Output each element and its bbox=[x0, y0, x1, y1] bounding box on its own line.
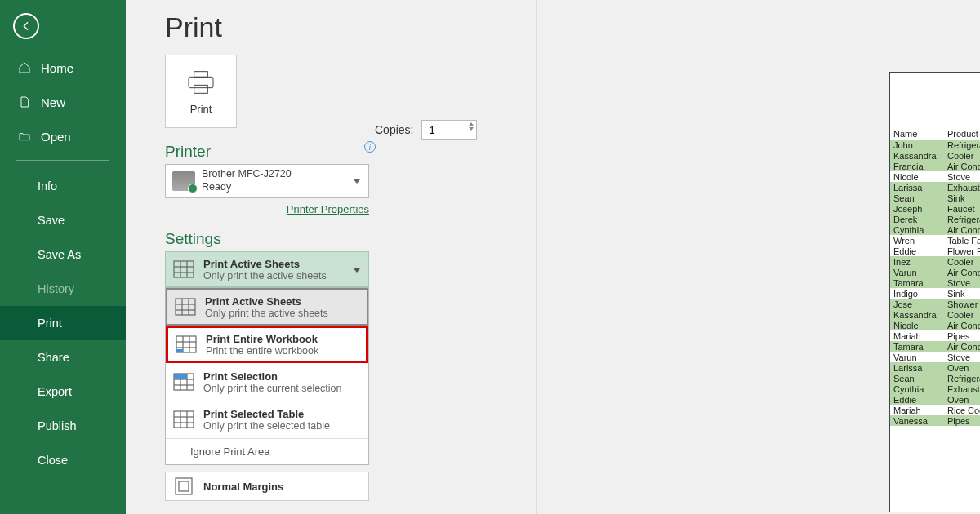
chevron-down-icon bbox=[354, 268, 360, 273]
sheet-icon bbox=[174, 297, 197, 317]
table-row: LarissaExhaust Fan5 bbox=[890, 182, 980, 193]
table-row: VarunStove7 bbox=[890, 352, 980, 362]
page-title: Print bbox=[165, 11, 980, 43]
option-subtitle: Only print the selected table bbox=[203, 420, 330, 432]
vertical-divider bbox=[536, 0, 537, 514]
spinner-icon[interactable] bbox=[469, 122, 474, 131]
copies-label: Copies: bbox=[375, 123, 413, 136]
sidebar-item-label: Save As bbox=[38, 248, 81, 261]
option-print-entire-workbook[interactable]: Print Entire Workbook Print the entire w… bbox=[166, 326, 368, 363]
sidebar-item-label: Home bbox=[41, 61, 74, 75]
back-button[interactable] bbox=[13, 13, 39, 39]
sidebar-item-print[interactable]: Print bbox=[0, 306, 126, 340]
option-print-active-sheets[interactable]: Print Active Sheets Only print the activ… bbox=[166, 288, 368, 326]
sidebar-item-new[interactable]: New bbox=[0, 85, 126, 119]
table-row: DerekRefrigerator7 bbox=[890, 214, 980, 224]
svg-rect-24 bbox=[174, 374, 180, 379]
table-row: EddieFlower Pot5 bbox=[890, 246, 980, 256]
table-row: IndigoSink9 bbox=[890, 288, 980, 299]
table-row: VanessaPipes7 bbox=[890, 415, 980, 426]
table-row: KassandraCooler7 bbox=[890, 309, 980, 320]
sidebar-item-share[interactable]: Share bbox=[0, 340, 126, 374]
copies-input[interactable]: 1 bbox=[421, 120, 477, 140]
table-row: JohnRefrigerator9 bbox=[890, 140, 980, 150]
svg-rect-1 bbox=[194, 71, 208, 77]
svg-rect-18 bbox=[176, 349, 183, 352]
sidebar-item-publish[interactable]: Publish bbox=[0, 409, 126, 443]
option-print-selected-table[interactable]: Print Selected Table Only print the sele… bbox=[166, 401, 368, 438]
selection-icon bbox=[172, 372, 195, 392]
svg-rect-8 bbox=[176, 299, 195, 315]
sidebar-item-home[interactable]: Home bbox=[0, 51, 126, 85]
table-row: JoseShower head6 bbox=[890, 299, 980, 309]
sidebar-item-label: Share bbox=[38, 351, 69, 364]
printer-select[interactable]: Brother MFC-J2720 Ready bbox=[165, 164, 369, 198]
svg-rect-25 bbox=[180, 374, 187, 379]
table-row: CynthiaExhaust Fan9 bbox=[890, 383, 980, 394]
table-row: JosephFaucet7 bbox=[890, 203, 980, 214]
print-button-label: Print bbox=[190, 103, 212, 115]
sheet-icon bbox=[172, 259, 195, 279]
option-title: Print Entire Workbook bbox=[206, 333, 318, 345]
option-print-selection[interactable]: Print Selection Only print the current s… bbox=[166, 363, 368, 401]
sidebar-item-label: Info bbox=[38, 179, 57, 193]
workbook-icon bbox=[175, 335, 198, 354]
chevron-down-icon bbox=[354, 179, 360, 184]
sidebar-item-label: Save bbox=[38, 214, 65, 227]
option-subtitle: Print the entire workbook bbox=[206, 345, 318, 357]
svg-rect-31 bbox=[176, 478, 192, 494]
table-row: CynthiaAir Conditioner8 bbox=[890, 224, 980, 235]
table-row: SeanSink7 bbox=[890, 193, 980, 203]
table-row: WrenTable Fan8 bbox=[890, 235, 980, 246]
main-area: Print Print Copies: 1 Printer i Brother … bbox=[126, 0, 980, 514]
printer-heading: Printer i bbox=[165, 143, 980, 161]
info-icon[interactable]: i bbox=[364, 141, 376, 153]
svg-rect-3 bbox=[174, 261, 194, 277]
col-header: Name bbox=[890, 128, 944, 140]
margins-icon bbox=[172, 476, 195, 496]
sidebar-item-label: New bbox=[41, 95, 65, 109]
col-header: Product bbox=[944, 128, 980, 140]
sidebar-item-export[interactable]: Export bbox=[0, 374, 126, 409]
printer-status: Ready bbox=[202, 181, 292, 194]
printer-properties-link[interactable]: Printer Properties bbox=[287, 203, 369, 215]
table-row: VarunAir Conditioner9 bbox=[890, 267, 980, 277]
sidebar-item-label: History bbox=[38, 282, 74, 295]
option-subtitle: Only print the active sheets bbox=[203, 270, 327, 281]
settings-heading: Settings bbox=[165, 230, 980, 248]
sidebar-item-label: Print bbox=[38, 317, 62, 330]
sidebar-separator bbox=[16, 160, 109, 161]
sidebar-item-label: Close bbox=[38, 454, 68, 467]
margins-select[interactable]: Normal Margins bbox=[165, 472, 369, 501]
table-row: SeanRefrigerator7 bbox=[890, 373, 980, 383]
table-row: MariahRice Cooker7 bbox=[890, 405, 980, 415]
svg-rect-0 bbox=[189, 77, 213, 87]
sidebar-item-open[interactable]: Open bbox=[0, 119, 126, 153]
folder-open-icon bbox=[18, 130, 33, 143]
table-row: KassandraCooler8 bbox=[890, 150, 980, 161]
file-icon bbox=[18, 95, 33, 109]
option-ignore-print-area[interactable]: Ignore Print Area bbox=[166, 438, 368, 464]
table-row: NicoleStove8 bbox=[890, 171, 980, 182]
table-row: LarissaOven9 bbox=[890, 362, 980, 373]
print-button[interactable]: Print bbox=[165, 55, 237, 128]
table-row: EddieOven7 bbox=[890, 394, 980, 405]
option-title: Print Active Sheets bbox=[205, 295, 328, 308]
svg-rect-26 bbox=[174, 411, 194, 428]
sidebar-item-save[interactable]: Save bbox=[0, 203, 126, 237]
printer-device-icon bbox=[172, 171, 195, 191]
backstage-sidebar: Home New Open Info Save Save As History … bbox=[0, 0, 126, 514]
printer-name: Brother MFC-J2720 bbox=[202, 168, 292, 181]
sidebar-item-history[interactable]: History bbox=[0, 272, 126, 306]
table-icon bbox=[172, 410, 195, 429]
print-preview: Name Product Sales JohnRefrigerator9Kass… bbox=[889, 72, 980, 512]
table-row: MariahPipes5 bbox=[890, 330, 980, 341]
sidebar-item-close[interactable]: Close bbox=[0, 443, 126, 477]
sidebar-item-info[interactable]: Info bbox=[0, 169, 126, 203]
sidebar-item-saveas[interactable]: Save As bbox=[0, 237, 126, 272]
print-scope-select[interactable]: Print Active Sheets Only print the activ… bbox=[165, 251, 369, 287]
sidebar-item-label: Open bbox=[41, 130, 71, 144]
option-title: Normal Margins bbox=[203, 481, 283, 493]
table-row: NicoleAir Conditioner6 bbox=[890, 320, 980, 330]
sidebar-item-label: Publish bbox=[38, 419, 77, 432]
